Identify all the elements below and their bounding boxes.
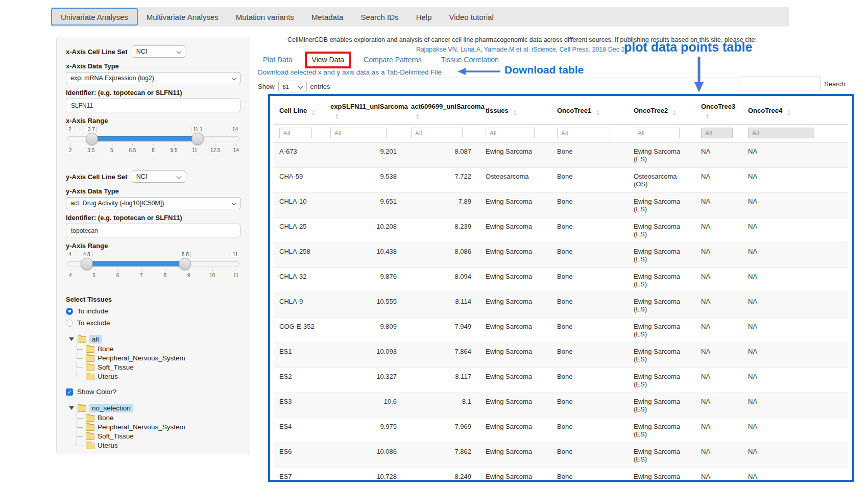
tree-node-bone[interactable]: Bone: [77, 344, 240, 353]
nav-tab-univariate-analyses[interactable]: Univariate Analyses: [51, 8, 138, 26]
cell-cell-line: COG-E-352: [274, 318, 325, 343]
sort-icon[interactable]: ▲▼: [513, 110, 517, 116]
folder-icon: [86, 443, 94, 449]
col-header-cell-line[interactable]: Cell Line▲▼: [274, 97, 325, 125]
tab-view-data[interactable]: View Data: [312, 56, 345, 64]
tree-node-uterus[interactable]: Uterus: [77, 372, 240, 381]
sort-icon[interactable]: ▲▼: [672, 110, 676, 116]
slider-tick: 7: [140, 273, 143, 278]
table-row[interactable]: COG-E-3529.8097.949Ewing SarcomaBoneEwin…: [274, 318, 848, 343]
tree-expander-icon[interactable]: [69, 406, 74, 410]
table-row[interactable]: A-6739.2018.087Ewing SarcomaBoneEwing Sa…: [274, 143, 848, 168]
table-row[interactable]: ES110.0937.864Ewing SarcomaBoneEwing Sar…: [274, 343, 848, 368]
tree-node-no-selection[interactable]: no_selection: [89, 404, 133, 412]
tab-compare-patterns[interactable]: Compare Patterns: [364, 56, 422, 64]
sort-icon[interactable]: ▲▼: [787, 110, 790, 116]
search-input[interactable]: [739, 77, 821, 90]
filter-oncotree2[interactable]: All: [634, 128, 680, 138]
top-nav: Univariate AnalysesMultivariate Analyses…: [51, 7, 789, 27]
tree-node-bone[interactable]: Bone: [77, 413, 240, 422]
cell-oncotree2: Ewing Sarcoma (ES): [629, 343, 696, 368]
tree-node-all[interactable]: all: [89, 335, 102, 344]
filter-cell-line[interactable]: All: [279, 128, 312, 138]
slider-track[interactable]: [67, 261, 239, 266]
y-axis-data-type-select[interactable]: act: Drug Activity (-log10[IC50M]): [66, 197, 240, 209]
sort-icon[interactable]: ▲▼: [335, 113, 339, 119]
col-header-act609699-unisarcoma[interactable]: act609699_uniSarcoma▲▼: [406, 97, 480, 125]
slider-high-handle[interactable]: [191, 133, 204, 145]
nav-tab-search-ids[interactable]: Search IDs: [352, 7, 407, 27]
col-header-oncotree3[interactable]: OncoTree3▲▼: [696, 97, 743, 125]
radio-to-include[interactable]: [66, 308, 73, 315]
tree-expander-icon[interactable]: [69, 337, 74, 341]
col-header-expslfn11-unisarcoma[interactable]: expSLFN11_uniSarcoma▲▼: [325, 97, 406, 125]
col-header-tissues[interactable]: tissues▲▼: [480, 97, 552, 125]
table-row[interactable]: ES610.0867.862Ewing SarcomaBoneEwing Sar…: [274, 443, 848, 468]
cell-oncotree4: NA: [743, 443, 848, 468]
y-axis-range-slider[interactable]: 44.88.8114567891011: [67, 252, 239, 282]
slider-track[interactable]: [67, 136, 239, 141]
filter-tissues[interactable]: All: [486, 128, 535, 138]
sort-icon[interactable]: ▲▼: [416, 113, 419, 119]
nav-tab-mutation-variants[interactable]: Mutation variants: [227, 7, 303, 27]
tab-tissue-correlation[interactable]: Tissue Correlation: [441, 56, 499, 64]
cell-act609699-unisarcoma: 8.239: [406, 218, 480, 243]
table-row[interactable]: ES49.9757.969Ewing SarcomaBoneEwing Sarc…: [274, 418, 848, 443]
table-row[interactable]: ES310.68.1Ewing SarcomaBoneEwing Sarcoma…: [274, 393, 848, 418]
y-axis-identifier-input[interactable]: topotecan: [66, 224, 240, 237]
x-axis-identifier-input[interactable]: SLFN11: [66, 99, 240, 112]
nav-tab-metadata[interactable]: Metadata: [303, 7, 352, 27]
folder-icon: [78, 336, 86, 343]
radio-to-exclude[interactable]: [66, 320, 73, 327]
cell-oncotree4: NA: [743, 268, 848, 293]
tab-plot-data[interactable]: Plot Data: [263, 56, 293, 64]
col-header-oncotree2[interactable]: OncoTree2▲▼: [629, 97, 696, 125]
filter-expslfn11-unisarcoma[interactable]: All: [330, 128, 387, 138]
tree-node-peripheral-nervous-system[interactable]: Peripheral_Nervous_System: [77, 422, 240, 431]
nav-tab-help[interactable]: Help: [407, 7, 441, 27]
table-row[interactable]: CHLA-329.8768.094Ewing SarcomaBoneEwing …: [274, 268, 848, 293]
table-row[interactable]: CHLA-109.6517.89Ewing SarcomaBoneEwing S…: [274, 193, 848, 218]
tree-node-soft-tissue[interactable]: Soft_Tissue: [77, 431, 240, 441]
cell-oncotree1: Bone: [552, 468, 629, 482]
filter-cell-oncotree4: All: [743, 125, 848, 143]
tree-node-label: Peripheral_Nervous_System: [98, 354, 185, 362]
table-row[interactable]: ES210.3278.117Ewing SarcomaBoneEwing Sar…: [274, 368, 848, 393]
table-row[interactable]: CHLA-910.5558.114Ewing SarcomaBoneEwing …: [274, 293, 848, 318]
x-axis-range-slider[interactable]: 23.711.11423.556.589.51112.514: [67, 127, 239, 157]
tree-node-peripheral-nervous-system[interactable]: Peripheral_Nervous_System: [77, 353, 240, 362]
exclude-tissue-tree: no_selectionBonePeripheral_Nervous_Syste…: [69, 403, 240, 450]
col-header-oncotree1[interactable]: OncoTree1▲▼: [552, 97, 629, 125]
x-axis-data-type-select[interactable]: exp: mRNA Expression (log2): [66, 72, 240, 84]
sort-icon[interactable]: ▲▼: [706, 113, 709, 119]
cell-oncotree1: Bone: [552, 243, 629, 268]
col-header-oncotree4[interactable]: OncoTree4▲▼: [743, 97, 848, 125]
tree-node-uterus[interactable]: Uterus: [77, 441, 240, 450]
table-row[interactable]: ES710.7288.249Ewing SarcomaBoneEwing Sar…: [274, 468, 848, 482]
download-tab-delimited-link[interactable]: Download selected x and y axis data as a…: [258, 68, 442, 76]
slider-low-handle[interactable]: [86, 133, 98, 145]
nav-tab-video-tutorial[interactable]: Video tutorial: [440, 7, 502, 27]
slider-high-handle[interactable]: [179, 258, 191, 270]
show-color-checkbox[interactable]: ✓: [66, 388, 73, 396]
slider-low-handle[interactable]: [81, 258, 93, 270]
table-row[interactable]: CHLA-25810.4388.086Ewing SarcomaBoneEwin…: [274, 243, 848, 268]
table-row[interactable]: CHLA-2510.2088.239Ewing SarcomaBoneEwing…: [274, 218, 848, 243]
entries-count-select[interactable]: 61: [278, 81, 307, 92]
nav-tab-multivariate-analyses[interactable]: Multivariate Analyses: [138, 7, 227, 27]
cell-cell-line: ES2: [274, 368, 325, 393]
sort-icon[interactable]: ▲▼: [311, 110, 315, 116]
y-axis-cell-line-set-select[interactable]: NCI: [132, 170, 185, 183]
table-header-row: Cell Line▲▼expSLFN11_uniSarcoma▲▼act6096…: [274, 97, 848, 125]
table-row[interactable]: CHA-599.5387.722OsteosarcomaBoneOsteosar…: [274, 168, 848, 193]
cell-tissues: Ewing Sarcoma: [480, 393, 552, 418]
filter-act609699-unisarcoma[interactable]: All: [411, 128, 463, 138]
filter-oncotree1[interactable]: All: [557, 128, 610, 138]
slider-min-label: 4: [67, 252, 73, 257]
tree-node-label: Peripheral_Nervous_System: [98, 423, 185, 431]
filter-cell-act609699-unisarcoma: All: [406, 125, 480, 143]
sort-icon[interactable]: ▲▼: [596, 110, 599, 116]
tree-node-soft-tissue[interactable]: Soft_Tissue: [77, 362, 240, 372]
cell-oncotree1: Bone: [552, 418, 629, 443]
x-axis-cell-line-set-select[interactable]: NCI: [132, 45, 185, 58]
